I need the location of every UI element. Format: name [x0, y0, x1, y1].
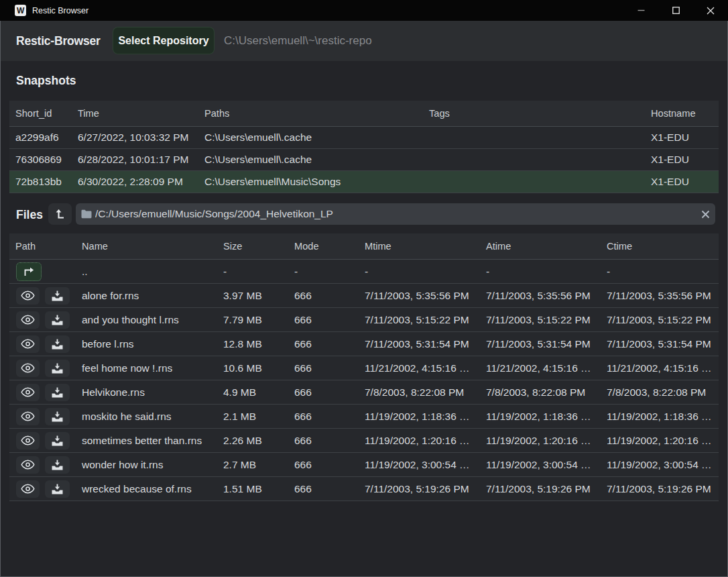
- file-row[interactable]: before l.rns12.8 MB6667/11/2003, 5:31:54…: [9, 332, 719, 356]
- snapshots-column-header: Paths: [198, 108, 423, 119]
- preview-file-button[interactable]: [16, 408, 40, 425]
- file-cell-size: 3.97 MB: [217, 290, 288, 302]
- download-file-button[interactable]: [45, 456, 70, 474]
- maximize-button[interactable]: [658, 0, 693, 21]
- file-cell-ctime: 7/11/2003, 5:19:26 PM: [601, 483, 719, 495]
- preview-file-button[interactable]: [16, 360, 40, 377]
- preview-file-button[interactable]: [16, 432, 40, 450]
- file-row[interactable]: moskito he said.rns2.1 MB66611/19/2002, …: [9, 405, 719, 429]
- file-row-actions: [9, 408, 76, 425]
- file-cell-atime: 11/19/2002, 1:20:16 …: [480, 435, 601, 447]
- snapshot-cell-hostname: X1-EDU: [645, 132, 719, 144]
- file-cell-mode: 666: [288, 435, 359, 447]
- file-cell-size: 7.79 MB: [217, 314, 288, 326]
- file-row[interactable]: and you thought l.rns7.79 MB6667/11/2003…: [9, 308, 719, 332]
- path-field[interactable]: /C:/Users/emuell/Music/Songs/2004_Helvet…: [76, 203, 715, 225]
- files-toolbar: Files /C:/Users/emuell/Music/Songs/2004_…: [1, 203, 727, 225]
- snapshots-table-header: Short_idTimePathsTagsHostname: [9, 101, 719, 127]
- preview-file-button[interactable]: [16, 335, 40, 353]
- file-cell-mtime: 11/19/2002, 3:00:54 …: [359, 459, 480, 471]
- download-file-button[interactable]: [45, 360, 70, 377]
- file-row-actions: [9, 335, 76, 353]
- file-cell-name: sometimes better than.rns: [76, 435, 217, 447]
- file-cell-atime: 11/21/2002, 4:15:16 …: [480, 362, 601, 374]
- files-column-header: Mode: [288, 241, 359, 252]
- snapshot-row[interactable]: 72b813bb6/30/2022, 2:28:09 PMC:\Users\em…: [9, 171, 719, 193]
- download-icon: [52, 435, 63, 446]
- preview-file-button[interactable]: [16, 456, 40, 474]
- snapshot-row[interactable]: 763068696/28/2022, 10:01:17 PMC:\Users\e…: [9, 149, 719, 171]
- main-content: Snapshots Short_idTimePathsTagsHostname …: [1, 61, 727, 501]
- download-file-button[interactable]: [45, 335, 70, 353]
- file-cell-atime: -: [480, 266, 601, 278]
- file-row-actions: [9, 480, 76, 498]
- download-icon: [52, 387, 63, 398]
- preview-file-button[interactable]: [16, 287, 40, 305]
- snapshots-heading: Snapshots: [16, 74, 76, 88]
- preview-icon: [21, 363, 35, 373]
- go-up-button[interactable]: [16, 262, 42, 281]
- snapshot-row[interactable]: a2299af66/27/2022, 10:03:32 PMC:\Users\e…: [9, 127, 719, 149]
- download-file-button[interactable]: [45, 480, 70, 498]
- file-cell-name: alone for.rns: [76, 290, 217, 302]
- close-button[interactable]: [693, 0, 728, 21]
- file-cell-name: wrecked because of.rns: [76, 483, 217, 495]
- snapshot-cell-short_id: 76306869: [9, 154, 72, 166]
- parent-dir-row[interactable]: ..-----: [9, 260, 719, 284]
- folder-icon: [81, 209, 92, 219]
- preview-file-button[interactable]: [16, 311, 40, 329]
- download-icon: [52, 460, 63, 470]
- file-cell-name: moskito he said.rns: [76, 411, 217, 423]
- app-logo-letter: W: [17, 6, 24, 15]
- minimize-button[interactable]: [623, 0, 658, 21]
- preview-file-button[interactable]: [16, 384, 40, 401]
- app-logo-icon: W: [15, 5, 26, 16]
- file-cell-size: 2.26 MB: [217, 435, 288, 447]
- download-file-button[interactable]: [45, 311, 70, 329]
- preview-icon: [21, 339, 35, 349]
- download-file-button[interactable]: [45, 384, 70, 401]
- minimize-icon: [638, 7, 645, 14]
- file-cell-size: 4.9 MB: [217, 386, 288, 399]
- files-table: PathNameSizeModeMtimeAtimeCtime ..----- …: [9, 233, 719, 501]
- file-row[interactable]: alone for.rns3.97 MB6667/11/2003, 5:35:5…: [9, 284, 719, 308]
- snapshots-column-header: Time: [72, 108, 198, 119]
- file-row-actions: [9, 432, 76, 450]
- file-row-actions: [9, 360, 76, 377]
- file-row[interactable]: feel home now !.rns10.6 MB66611/21/2002,…: [9, 356, 719, 380]
- download-icon: [52, 315, 63, 325]
- file-cell-mode: 666: [288, 290, 359, 302]
- close-icon: [707, 7, 715, 15]
- snapshots-table-body: a2299af66/27/2022, 10:03:32 PMC:\Users\e…: [9, 127, 719, 193]
- file-cell-mtime: 11/21/2002, 4:15:16 …: [359, 362, 480, 374]
- file-cell-mtime: 11/19/2002, 1:20:16 …: [359, 435, 480, 447]
- titlebar: W Restic Browser: [0, 0, 728, 21]
- download-icon: [52, 363, 63, 374]
- snapshots-table: Short_idTimePathsTagsHostname a2299af66/…: [9, 101, 719, 193]
- download-file-button[interactable]: [45, 408, 70, 425]
- level-up-button[interactable]: [48, 203, 72, 225]
- file-cell-mode: 666: [288, 338, 359, 350]
- file-row[interactable]: sometimes better than.rns2.26 MB66611/19…: [9, 429, 719, 453]
- clear-path-icon[interactable]: [701, 210, 710, 219]
- file-cell-ctime: 7/11/2003, 5:31:54 PM: [601, 338, 719, 350]
- file-cell-ctime: 7/11/2003, 5:15:22 PM: [601, 314, 719, 326]
- download-file-button[interactable]: [45, 432, 70, 450]
- preview-icon: [21, 484, 35, 494]
- preview-file-button[interactable]: [16, 480, 40, 498]
- file-cell-mode: 666: [288, 362, 359, 374]
- download-icon: [52, 484, 63, 494]
- files-table-body: ..----- alone for.rns3.97 MB6667/11/2003…: [9, 260, 719, 501]
- file-cell-size: -: [217, 266, 288, 278]
- files-column-header: Size: [217, 241, 288, 252]
- select-repository-button[interactable]: Select Repository: [113, 27, 215, 54]
- file-row[interactable]: wonder how it.rns2.7 MB66611/19/2002, 3:…: [9, 453, 719, 477]
- file-row[interactable]: Helvikone.rns4.9 MB6667/8/2003, 8:22:08 …: [9, 380, 719, 405]
- files-column-header: Mtime: [359, 241, 480, 252]
- file-row[interactable]: wrecked because of.rns1.51 MB6667/11/200…: [9, 477, 719, 501]
- file-cell-mode: 666: [288, 386, 359, 399]
- download-file-button[interactable]: [45, 287, 70, 305]
- files-table-header: PathNameSizeModeMtimeAtimeCtime: [9, 233, 719, 260]
- file-cell-size: 2.1 MB: [217, 411, 288, 423]
- snapshots-section-head: Snapshots: [1, 61, 727, 101]
